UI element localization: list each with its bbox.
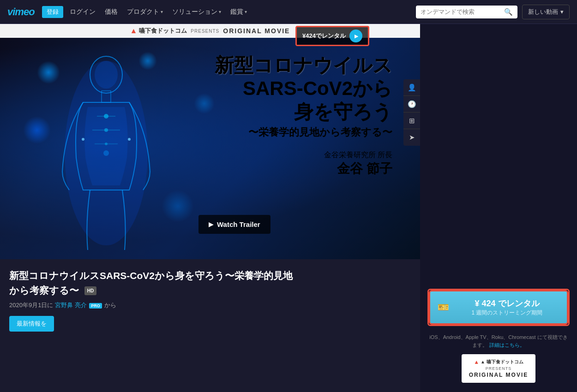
latest-info-button[interactable]: 最新情報を [9, 316, 54, 332]
send-side-icon[interactable]: ➤ [403, 129, 420, 146]
ticket-icon: 🎫 [438, 302, 449, 313]
sidebar-spacer [427, 24, 570, 289]
watch-trailer-button[interactable]: ▶ Watch Trailer [198, 215, 270, 234]
trailer-play-icon: ▶ [209, 221, 213, 228]
rent-overlay-container: ¥424でレンタル ▶ [295, 26, 369, 46]
nav-product[interactable]: プロダクト▾ [122, 8, 168, 16]
play-circle-btn[interactable]: ▶ [349, 30, 362, 42]
video-title-line2: SARS-CoV2から [215, 77, 392, 100]
svg-point-12 [103, 150, 109, 156]
pro-badge: PRO [89, 303, 102, 309]
human-figure-svg [55, 47, 157, 259]
svg-point-8 [104, 128, 108, 132]
nav-bar: ログイン 価格 プロダクト▾ ソリューション▾ 鑑賞▾ [65, 8, 252, 16]
register-button[interactable]: 登録 [42, 6, 63, 18]
svg-point-10 [82, 138, 84, 141]
nav-watch[interactable]: 鑑賞▾ [226, 8, 252, 16]
virus-3 [162, 190, 194, 222]
original-movie-text: ORIGINAL MOVIE [223, 27, 290, 35]
new-video-button[interactable]: 新しい動画 ▾ [522, 5, 570, 19]
video-thumbnail: ▲ 嚥下食ドットコム PRESENTS ORIGINAL MOVIE ¥424で… [0, 24, 420, 259]
page-layout: ▲ 嚥下食ドットコム PRESENTS ORIGINAL MOVIE ¥424で… [0, 24, 577, 392]
mini-thumbnail: ▲ ▲ 嚥下食ドットコム PRESENTS ORIGINAL MOVIE [462, 354, 535, 383]
header: vimeo 登録 ログイン 価格 プロダクト▾ ソリューション▾ 鑑賞▾ 🔍 新… [0, 0, 577, 24]
virus-1 [37, 61, 60, 84]
detail-link[interactable]: 詳細はこちら。 [489, 342, 525, 348]
presenter-name-overlay: 金谷 節子 [215, 160, 392, 178]
nav-login[interactable]: ログイン [65, 8, 100, 16]
rent-overlay-highlighted: ¥424でレンタル ▶ [295, 26, 369, 46]
presenter-org: 金谷栄養研究所 所長 [215, 150, 392, 160]
search-input[interactable] [421, 8, 504, 15]
side-icons-panel: 👤 🕐 ⊞ ➤ [403, 79, 420, 146]
mini-thumb-presents: PRESENTS [486, 366, 512, 371]
video-subtitle: 〜栄養学的見地から考察する〜 [215, 125, 392, 139]
video-title-below: 新型コロナウイルスSARS-CoV2から身を守ろう〜栄養学的見地から考察する〜 … [9, 268, 295, 297]
rent-main-button-container: 🎫 ¥ 424 でレンタル 1 週間のストリーミング期間 [427, 289, 570, 326]
mini-thumb-title: ORIGINAL MOVIE [469, 372, 528, 378]
author2-link[interactable]: 亮介 [75, 302, 87, 309]
rent-price: ¥ 424 でレンタル [455, 298, 559, 309]
right-sidebar: 🎫 ¥ 424 でレンタル 1 週間のストリーミング期間 iOS、Android… [420, 24, 577, 392]
rent-main-button[interactable]: 🎫 ¥ 424 でレンタル 1 週間のストリーミング期間 [429, 290, 568, 325]
history-side-icon[interactable]: 🕐 [403, 96, 420, 113]
virus-5 [194, 93, 215, 114]
svg-point-9 [105, 143, 108, 145]
video-title-line3: 身を守ろう [215, 101, 392, 124]
svg-point-7 [104, 114, 108, 119]
rent-period: 1 週間のストリーミング期間 [455, 309, 559, 317]
svg-point-11 [128, 138, 131, 141]
presenter-bar: ▲ 嚥下食ドットコム PRESENTS ORIGINAL MOVIE ¥424で… [0, 24, 420, 38]
nav-solutions[interactable]: ソリューション▾ [168, 8, 226, 16]
presents-text: PRESENTS [191, 29, 219, 34]
svg-point-2 [95, 61, 118, 89]
presenter-logo: ▲ 嚥下食ドットコム [130, 27, 187, 35]
video-title-overlay: 新型コロナウイルス SARS-CoV2から 身を守ろう 〜栄養学的見地から考察す… [215, 54, 392, 178]
video-info: 新型コロナウイルスSARS-CoV2から身を守ろう〜栄養学的見地から考察する〜 … [0, 259, 420, 392]
vimeo-logo: vimeo [7, 6, 35, 18]
human-figure [55, 47, 157, 259]
header-right: 🔍 新しい動画 ▾ [416, 5, 570, 19]
rent-overlay-label[interactable]: ¥424でレンタル [302, 32, 346, 40]
nav-price[interactable]: 価格 [100, 8, 122, 16]
bottom-spacer [427, 383, 570, 392]
mini-thumb-logo: ▲ ▲ 嚥下食ドットコム [474, 359, 523, 365]
video-title-line1: 新型コロナウイルス [215, 54, 392, 77]
hd-badge: HD [84, 286, 96, 295]
play-icon: ▶ [355, 33, 358, 39]
search-icon[interactable]: 🔍 [504, 8, 513, 16]
watch-trailer-label: Watch Trailer [217, 220, 260, 228]
virus-4 [138, 52, 157, 70]
platform-text: iOS、Android、Apple TV、Roku、Chromecast にて視… [427, 333, 570, 350]
virus-2 [23, 116, 51, 144]
search-box[interactable]: 🔍 [416, 6, 517, 18]
profile-side-icon[interactable]: 👤 [403, 79, 420, 96]
author-link[interactable]: 宮野鼻 [55, 302, 73, 309]
rent-details: ¥ 424 でレンタル 1 週間のストリーミング期間 [455, 298, 559, 317]
left-content: ▲ 嚥下食ドットコム PRESENTS ORIGINAL MOVIE ¥424で… [0, 24, 420, 392]
video-meta: 2020年9月1日に 宮野鼻 亮介 PRO から [9, 301, 411, 309]
presenter-logo-text: 嚥下食ドットコム [139, 27, 187, 35]
layers-side-icon[interactable]: ⊞ [403, 113, 420, 129]
